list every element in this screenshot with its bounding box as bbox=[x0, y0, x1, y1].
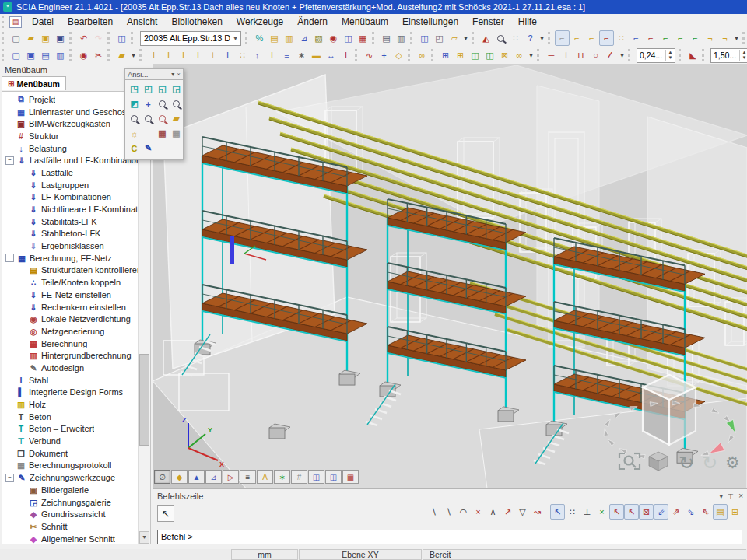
tree-item-projekt[interactable]: ⧉Projekt bbox=[2, 93, 139, 106]
tree-item-grundrissansicht[interactable]: ◆Grundrissansicht bbox=[2, 508, 139, 520]
show-surfaces-button[interactable]: ◆ bbox=[171, 470, 188, 484]
point-grid[interactable]: ∷ bbox=[508, 30, 523, 46]
angle-snap[interactable]: ◣ bbox=[686, 47, 700, 63]
paste-add[interactable]: ▥ bbox=[53, 47, 68, 63]
view-cube[interactable]: ◭ bbox=[479, 30, 493, 46]
direction-snap[interactable]: ↗ bbox=[500, 504, 515, 520]
zoom-out-icon[interactable] bbox=[170, 97, 183, 110]
panel-tool[interactable]: ⌐ bbox=[688, 30, 703, 46]
project-combo[interactable]: 20035 Alt.Epp.Str.13 Dach▾ bbox=[140, 31, 241, 46]
show-labels-button[interactable]: ▷ bbox=[223, 470, 239, 484]
couple-5[interactable]: ⊠ bbox=[497, 47, 512, 63]
tree-item-teile-knoten-koppeln[interactable]: ∴Teile/Knoten koppeln bbox=[2, 276, 139, 289]
connect-plane[interactable]: ◇ bbox=[391, 47, 406, 63]
scale-spinner[interactable]: 1,50...▲▼ bbox=[710, 48, 747, 63]
beam-tool-2[interactable]: ⌐ bbox=[584, 30, 599, 46]
tree-item-autodesign[interactable]: ✎Autodesign bbox=[2, 362, 139, 374]
member-copy[interactable]: I bbox=[265, 47, 279, 63]
couple-1[interactable]: ⊞ bbox=[438, 47, 453, 63]
tree-expander-icon[interactable]: − bbox=[5, 474, 14, 482]
render-mode-button[interactable]: ∅ bbox=[154, 470, 170, 484]
couple-4[interactable]: ◫ bbox=[482, 47, 497, 63]
copy-view[interactable]: ▢ bbox=[9, 47, 23, 63]
column-insert[interactable]: ⊥ bbox=[205, 47, 220, 63]
node-snap[interactable]: ↖ bbox=[624, 504, 639, 520]
show-grid-button[interactable]: ▦ bbox=[342, 470, 359, 484]
paste-view[interactable]: ▤ bbox=[38, 47, 53, 63]
zoom-window-icon[interactable] bbox=[128, 112, 141, 125]
tree-item-zeichnungswerkzeuge[interactable]: −✎Zeichnungswerkzeuge bbox=[2, 471, 139, 484]
toolbar-grip[interactable] bbox=[139, 49, 144, 61]
toolbar-grip[interactable] bbox=[431, 49, 436, 61]
toolbar-grip[interactable] bbox=[69, 49, 74, 61]
member-red[interactable]: I bbox=[338, 47, 353, 63]
arc-snap[interactable]: ◠ bbox=[456, 504, 471, 520]
search[interactable] bbox=[493, 30, 508, 46]
connect-wave[interactable]: ∿ bbox=[362, 47, 377, 63]
menu-item-men-baum[interactable]: Menübaum bbox=[335, 14, 395, 30]
scroll-down-icon[interactable]: ▼ bbox=[139, 531, 149, 544]
circle-tool[interactable]: ○ bbox=[588, 47, 603, 63]
line-tool[interactable]: ─ bbox=[544, 47, 559, 63]
toolbar-grip[interactable] bbox=[628, 49, 633, 61]
modify-view-icon[interactable]: ✎ bbox=[142, 142, 155, 155]
tree-item-allgemeiner-schnitt[interactable]: ◆Allgemeiner Schnitt bbox=[2, 533, 139, 544]
tree-item-fe-netz-einstellen[interactable]: ⇓FE-Netz einstellen bbox=[2, 289, 139, 301]
beam-insert-2[interactable]: I bbox=[161, 47, 176, 63]
couple-3[interactable]: ◫ bbox=[468, 47, 482, 63]
spin-up-icon[interactable]: ▲ bbox=[740, 50, 747, 55]
export-doc[interactable]: ▱ bbox=[447, 30, 461, 46]
toolbar-grip[interactable] bbox=[107, 49, 112, 61]
menu-item--ndern[interactable]: Ändern bbox=[290, 14, 335, 30]
angle-tool[interactable]: ∠ bbox=[603, 47, 618, 63]
model-viewport[interactable]: ↻↻⚙ZYX ∅◆▲⊿▷≡A∗#◫◫▦ bbox=[153, 64, 747, 488]
palette-titlebar[interactable]: Ansi... ▾ × bbox=[124, 68, 184, 80]
dropdown-caret[interactable]: ▾ bbox=[461, 30, 470, 46]
open-library[interactable]: ▰ bbox=[114, 47, 129, 63]
gallery[interactable]: ▥ bbox=[282, 30, 296, 46]
cut-tool[interactable]: ✂ bbox=[91, 47, 106, 63]
member-align[interactable]: ≡ bbox=[279, 47, 294, 63]
tree-item-strukturdaten-kontrollieren[interactable]: ▤Strukturdaten kontrollieren bbox=[2, 264, 139, 277]
show-layers-2-button[interactable]: ◫ bbox=[325, 470, 342, 484]
opening-tool[interactable]: ⌐ bbox=[644, 30, 658, 46]
toolbar-grip[interactable] bbox=[245, 32, 250, 44]
dim-lines[interactable]: ▤ bbox=[713, 504, 728, 520]
status-units[interactable]: mm bbox=[231, 549, 298, 560]
toolbar-grip[interactable] bbox=[2, 32, 6, 44]
tree-item-lastfälle-und-lf-kombinationen[interactable]: −⇓Lastfälle und LF-Kombinationen bbox=[2, 154, 139, 166]
turntable-icon[interactable]: ↻ bbox=[702, 452, 717, 474]
view-z-icon[interactable]: ◲ bbox=[170, 82, 183, 96]
tree-item-ergebnisklassen[interactable]: ⇓Ergebnisklassen bbox=[2, 240, 139, 252]
plate-tool[interactable]: ⌐ bbox=[658, 30, 673, 46]
member-stretch[interactable]: ↔ bbox=[324, 47, 338, 63]
zoom-all-icon[interactable] bbox=[142, 112, 155, 125]
tree-item-nichtlineare-lf-kombinationen[interactable]: ⇓Nichtlineare LF-Kombinationen bbox=[2, 203, 139, 215]
column-tool[interactable]: ⌐ bbox=[599, 30, 614, 46]
tree-item-lastfälle[interactable]: ⇓Lastfälle bbox=[2, 166, 139, 179]
dropdown-caret[interactable]: ▾ bbox=[129, 47, 138, 63]
curve-snap[interactable]: ↝ bbox=[530, 504, 545, 520]
tree-expander-icon[interactable]: − bbox=[5, 156, 14, 165]
tree-item-verbund[interactable]: ⊤Verbund bbox=[2, 435, 139, 447]
table-window[interactable]: ◫ bbox=[341, 30, 356, 46]
vertex-snap[interactable]: ∧ bbox=[486, 504, 500, 520]
dropdown-caret[interactable]: ▾ bbox=[732, 30, 741, 46]
mesh-refine[interactable]: ∷ bbox=[235, 47, 250, 63]
beam-insert-3[interactable]: I bbox=[176, 47, 191, 63]
link-pair[interactable]: ∞ bbox=[415, 47, 430, 63]
menu-item-einstellungen[interactable]: Einstellungen bbox=[395, 14, 465, 30]
clipboard[interactable]: ▧ bbox=[311, 30, 326, 46]
tree-item-hintergrundberechnung[interactable]: ▥Hintergrundberechnung bbox=[2, 349, 139, 362]
close-icon[interactable]: × bbox=[177, 71, 181, 78]
grid-step-spinner[interactable]: 0,24...▲▼ bbox=[637, 48, 675, 63]
undo[interactable]: ↶ bbox=[76, 30, 91, 46]
tree-item-beton[interactable]: TBeton bbox=[2, 411, 139, 423]
coord-system[interactable]: ⊿ bbox=[296, 30, 311, 46]
print-border-icon[interactable]: ▰ bbox=[170, 112, 183, 125]
couple-6[interactable]: ∞ bbox=[512, 47, 527, 63]
status-plane[interactable]: Ebene XY bbox=[299, 549, 422, 560]
menu-item-bearbeiten[interactable]: Bearbeiten bbox=[61, 14, 120, 30]
slab-tool[interactable]: ∷ bbox=[614, 30, 629, 46]
table-input[interactable]: ⊞ bbox=[728, 504, 742, 520]
